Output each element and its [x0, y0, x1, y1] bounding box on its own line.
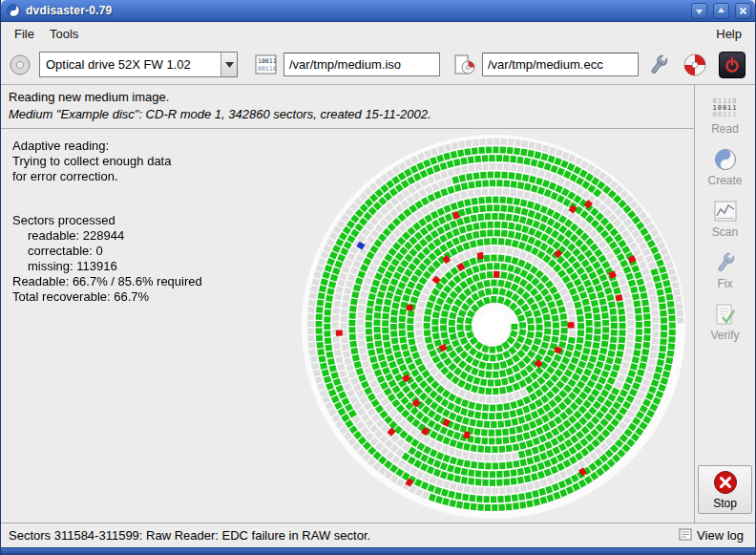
fix-icon — [713, 250, 738, 275]
stop-label: Stop — [713, 497, 737, 510]
main-row: Reading new medium image. Medium "Exampl… — [1, 85, 755, 523]
statusbar: Sectors 311584-311599: Raw Reader: EDC f… — [1, 523, 755, 547]
ecc-path-input[interactable] — [482, 53, 639, 76]
recoverable-percentage: Total recoverable: 66.7% — [12, 289, 202, 304]
svg-text:00110: 00110 — [258, 65, 277, 73]
drive-select[interactable]: Optical drive 52X FW 1.02 — [39, 52, 238, 77]
operation-header: Reading new medium image. Medium "Exampl… — [1, 85, 694, 129]
scan-button[interactable]: Scan — [698, 194, 752, 243]
readable-percentage: Readable: 66.7% / 85.6% required — [12, 274, 202, 288]
menu-tools[interactable]: Tools — [42, 24, 86, 44]
adaptive-reading-title: Adaptive reading: — [12, 139, 202, 153]
svg-text:10011: 10011 — [258, 57, 277, 65]
toolbar: Optical drive 52X FW 1.02 10011 00110 — [1, 45, 755, 85]
drive-status-icon — [9, 53, 32, 76]
adaptive-reading-desc-1: Trying to collect enough data — [12, 154, 202, 168]
sectors-readable: readable: 228944 — [12, 228, 202, 243]
iso-file-icon: 10011 00110 — [255, 54, 278, 75]
medium-info: Medium "Example disc": CD-R mode 1, 3428… — [9, 107, 686, 121]
quit-power-button[interactable] — [719, 52, 746, 78]
verify-button[interactable]: Verify — [698, 297, 752, 346]
work-column: Reading new medium image. Medium "Exampl… — [1, 85, 694, 523]
sectors-processed-title: Sectors processed — [12, 213, 202, 227]
fix-label: Fix — [718, 277, 733, 290]
create-label: Create — [707, 174, 742, 187]
menu-file[interactable]: File — [7, 24, 42, 44]
maximize-button[interactable] — [713, 3, 729, 19]
menu-help[interactable]: Help — [708, 24, 749, 44]
minimize-button[interactable] — [691, 3, 707, 19]
menubar: File Tools Help — [1, 22, 755, 45]
scan-icon — [714, 199, 737, 224]
create-icon — [714, 147, 737, 172]
sectors-missing: missing: 113916 — [12, 259, 202, 273]
verify-label: Verify — [710, 329, 739, 342]
read-label: Read — [711, 122, 739, 136]
fix-button[interactable]: Fix — [698, 245, 752, 294]
action-sidebar: 01110 10011 00111 Read Create — [694, 85, 755, 523]
reading-canvas-area: Adaptive reading: Trying to collect enou… — [1, 129, 694, 523]
sectors-correctable: correctable: 0 — [12, 244, 202, 258]
app-icon — [7, 4, 20, 17]
scan-label: Scan — [712, 225, 738, 239]
adaptive-reading-desc-2: for error correction. — [12, 169, 202, 183]
operation-title: Reading new medium image. — [9, 90, 686, 104]
window-bottom-border — [1, 547, 755, 555]
stop-button[interactable]: Stop — [698, 465, 752, 514]
preferences-wrench-icon[interactable] — [646, 53, 671, 77]
stop-icon — [713, 470, 738, 495]
view-log-button[interactable]: View log — [675, 526, 747, 545]
app-window: dvdisaster-0.79 File Tools Help Optical … — [0, 0, 756, 555]
titlebar[interactable]: dvdisaster-0.79 — [1, 0, 755, 22]
iso-path-input[interactable] — [284, 53, 440, 76]
read-icon: 01110 10011 00111 — [712, 96, 737, 120]
adaptive-reading-panel: Adaptive reading: Trying to collect enou… — [12, 139, 202, 305]
chevron-down-icon[interactable] — [220, 53, 237, 76]
create-button[interactable]: Create — [698, 142, 752, 191]
log-icon — [679, 528, 692, 544]
close-button[interactable] — [735, 3, 751, 19]
ecc-file-icon — [453, 54, 476, 75]
status-message: Sectors 311584-311599: Raw Reader: EDC f… — [9, 528, 370, 543]
window-title: dvdisaster-0.79 — [26, 4, 685, 17]
drive-select-value: Optical drive 52X FW 1.02 — [40, 53, 220, 76]
read-button[interactable]: 01110 10011 00111 Read — [698, 91, 752, 139]
verify-icon — [714, 302, 737, 327]
view-log-label: View log — [697, 528, 744, 543]
dvdisaster-disc-icon[interactable] — [682, 53, 707, 77]
